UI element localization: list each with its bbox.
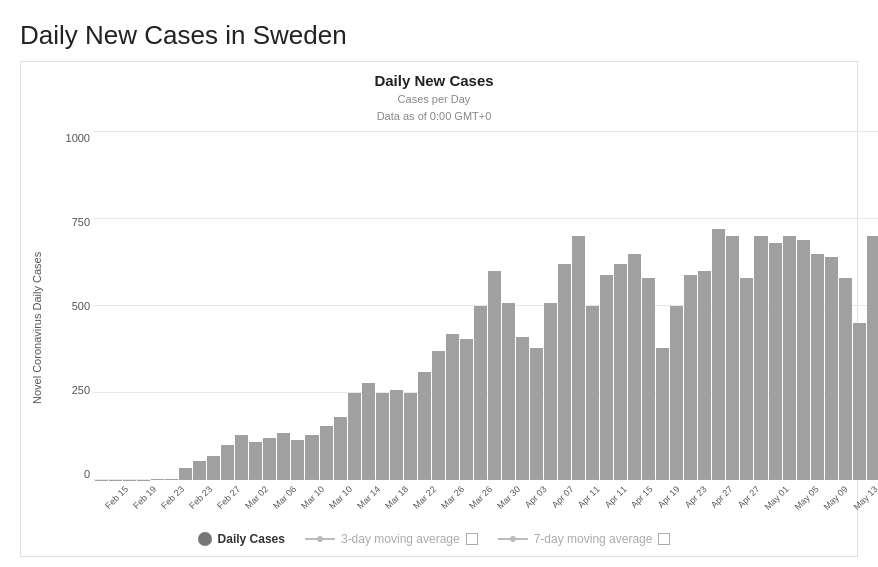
bar (811, 254, 824, 480)
bar (825, 257, 838, 480)
bar (263, 438, 276, 480)
bar (277, 433, 290, 480)
bar (502, 303, 515, 480)
bar (754, 236, 767, 480)
bar (797, 240, 810, 480)
bar (348, 393, 361, 480)
y-label: 250 (55, 384, 90, 396)
legend-checkbox-3day[interactable] (466, 533, 478, 545)
bar (740, 278, 753, 480)
y-labels: 02505007501000 (55, 132, 90, 480)
y-label: 500 (55, 300, 90, 312)
y-label: 750 (55, 216, 90, 228)
legend-7day-label: 7-day moving average (534, 532, 653, 546)
x-axis: Feb 15Feb 19Feb 23Feb 23Feb 27Mar 02Mar … (93, 484, 878, 524)
legend-line-3day (305, 538, 335, 540)
bar (432, 351, 445, 480)
page-title: Daily New Cases in Sweden (20, 20, 858, 51)
legend-daily-cases: Daily Cases (198, 532, 285, 546)
bar (221, 445, 234, 480)
bar (305, 435, 318, 480)
bar (418, 372, 431, 480)
bar (670, 306, 683, 480)
chart-body: Novel Coronavirus Daily Cases 0250500750… (31, 132, 837, 524)
bar (404, 393, 417, 480)
chart-title: Daily New Cases (31, 72, 837, 89)
chart-plot: 02505007501000 (93, 132, 878, 480)
bar (179, 468, 192, 480)
bar (698, 271, 711, 480)
bar (614, 264, 627, 480)
bar (516, 337, 529, 480)
bar (726, 236, 739, 480)
bar (460, 339, 473, 480)
legend-daily-label: Daily Cases (218, 532, 285, 546)
legend-checkbox-7day[interactable] (658, 533, 670, 545)
bar (839, 278, 852, 480)
bar (334, 417, 347, 480)
bar (291, 440, 304, 480)
bar (235, 435, 248, 480)
bar (572, 236, 585, 480)
bar (783, 236, 796, 480)
legend-3day-label: 3-day moving average (341, 532, 460, 546)
bar (769, 243, 782, 480)
bar (320, 426, 333, 480)
legend-7day: 7-day moving average (498, 532, 671, 546)
legend-line-7day (498, 538, 528, 540)
bar (362, 383, 375, 480)
bar (712, 229, 725, 480)
bars-container (93, 132, 878, 480)
bar (867, 236, 878, 480)
bar (656, 348, 669, 480)
bar (544, 303, 557, 480)
bar (474, 306, 487, 480)
bar (530, 348, 543, 480)
bar (207, 456, 220, 480)
bar (376, 393, 389, 480)
bar (684, 275, 697, 480)
bar (151, 479, 164, 480)
bar (390, 390, 403, 480)
bar (600, 275, 613, 480)
y-axis-label: Novel Coronavirus Daily Cases (31, 132, 53, 524)
bar (628, 254, 641, 480)
y-label: 0 (55, 468, 90, 480)
bar (558, 264, 571, 480)
chart-container: Daily New Cases Cases per Day Data as of… (20, 61, 858, 557)
y-label: 1000 (55, 132, 90, 144)
bar (193, 461, 206, 480)
bar (853, 323, 866, 480)
legend-dot-daily (198, 532, 212, 546)
bar (249, 442, 262, 480)
bar (165, 479, 178, 480)
bar (446, 334, 459, 480)
chart-subtitle: Cases per Day Data as of 0:00 GMT+0 (31, 91, 837, 124)
bar (488, 271, 501, 480)
legend-3day: 3-day moving average (305, 532, 478, 546)
bar (586, 306, 599, 480)
bar (642, 278, 655, 480)
chart-area: 02505007501000 Feb 15Feb 19Feb 23Feb 23F… (93, 132, 878, 524)
